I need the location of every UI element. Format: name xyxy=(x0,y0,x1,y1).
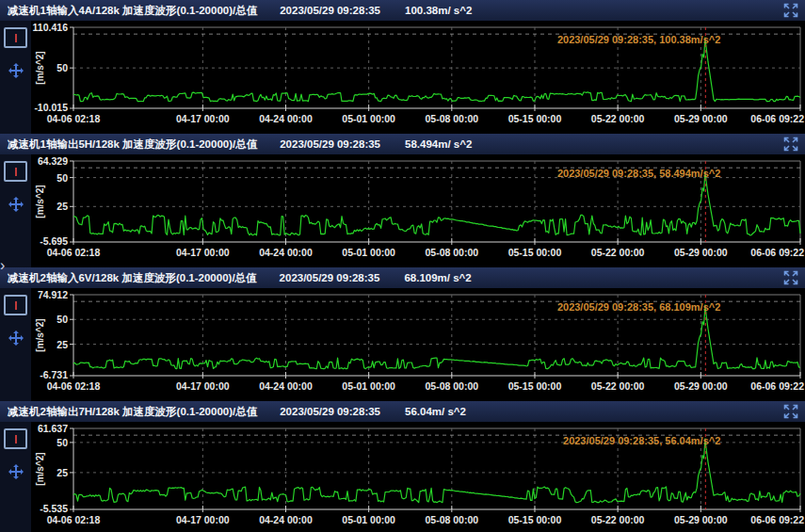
svg-text:05-15 00:00: 05-15 00:00 xyxy=(508,514,562,525)
thumbnail-cursor-mark xyxy=(15,34,17,42)
svg-text:-5.695: -5.695 xyxy=(40,235,68,247)
svg-text:50: 50 xyxy=(56,437,68,448)
expand-icon[interactable] xyxy=(783,137,798,152)
svg-text:05-29 00:00: 05-29 00:00 xyxy=(674,514,728,525)
svg-text:2023/05/29 09:28:35, 58.494m/s: 2023/05/29 09:28:35, 58.494m/s^2 xyxy=(557,168,720,179)
panel-body: 61.637-5.535502504-06 02:1804-17 00:0004… xyxy=(0,422,805,532)
svg-text:04-17 00:00: 04-17 00:00 xyxy=(176,380,230,392)
svg-text:05-22 00:00: 05-22 00:00 xyxy=(591,514,645,525)
vibration-trend-workspace: 减速机1轴输入4A/128k 加速度波形(0.1-20000)/总值 2023/… xyxy=(0,0,805,532)
svg-text:05-08 00:00: 05-08 00:00 xyxy=(426,380,479,392)
svg-text:04-24 00:00: 04-24 00:00 xyxy=(259,247,313,258)
svg-text:2023/05/29 09:28:35, 100.38m/s: 2023/05/29 09:28:35, 100.38m/s^2 xyxy=(557,34,720,45)
svg-text:05-01 00:00: 05-01 00:00 xyxy=(342,514,395,525)
move-icon[interactable] xyxy=(8,463,24,480)
svg-text:[m/s^2]: [m/s^2] xyxy=(35,51,45,84)
chart-panel-3: 减速机2轴输入6V/128k 加速度波形(0.1-20000)/总值 2023/… xyxy=(0,267,805,401)
svg-text:-10.015: -10.015 xyxy=(34,102,68,113)
waveform-thumbnail-icon[interactable] xyxy=(4,161,27,182)
svg-text:06-06 09:22: 06-06 09:22 xyxy=(750,514,804,525)
chart-panel-1: 减速机1轴输入4A/128k 加速度波形(0.1-20000)/总值 2023/… xyxy=(0,0,805,134)
thumbnail-cursor-mark xyxy=(15,435,17,443)
measurement-timestamp: 2023/05/29 09:28:35 xyxy=(280,138,380,150)
svg-text:25: 25 xyxy=(56,339,68,350)
panel-header: 减速机2轴输出7H/128k 加速度波形(0.1-20000)/总值 2023/… xyxy=(0,401,805,422)
expand-icon[interactable] xyxy=(783,404,798,419)
svg-text:50: 50 xyxy=(56,172,68,184)
svg-text:2023/05/29 09:28:35, 68.109m/s: 2023/05/29 09:28:35, 68.109m/s^2 xyxy=(557,301,720,313)
svg-text:05-01 00:00: 05-01 00:00 xyxy=(342,247,395,258)
expand-icon[interactable] xyxy=(783,3,798,18)
panel-header: 减速机1轴输出5H/128k 加速度波形(0.1-20000)/总值 2023/… xyxy=(0,134,805,154)
channel-title: 减速机1轴输入4A/128k 加速度波形(0.1-20000)/总值 xyxy=(8,4,257,18)
svg-text:[m/s^2]: [m/s^2] xyxy=(35,318,45,351)
svg-text:05-08 00:00: 05-08 00:00 xyxy=(426,113,479,124)
svg-text:05-01 00:00: 05-01 00:00 xyxy=(342,113,395,124)
svg-text:25: 25 xyxy=(56,201,68,212)
panel-header: 减速机1轴输入4A/128k 加速度波形(0.1-20000)/总值 2023/… xyxy=(0,0,805,21)
trend-chart[interactable]: 110.416-10.0155004-06 02:1804-17 00:0004… xyxy=(31,21,805,134)
chart-panel-4: 减速机2轴输出7H/128k 加速度波形(0.1-20000)/总值 2023/… xyxy=(0,401,805,532)
panel-tool-column xyxy=(0,21,31,134)
panel-body: 64.329-5.695502504-06 02:1804-17 00:0004… xyxy=(0,154,805,267)
sidebar-expand-chevron-icon[interactable]: › xyxy=(0,258,5,273)
thumbnail-cursor-mark xyxy=(15,168,17,176)
svg-text:05-15 00:00: 05-15 00:00 xyxy=(508,113,562,124)
panel-body: 110.416-10.0155004-06 02:1804-17 00:0004… xyxy=(0,21,805,134)
svg-text:05-29 00:00: 05-29 00:00 xyxy=(674,247,728,258)
channel-title: 减速机2轴输入6V/128k 加速度波形(0.1-20000)/总值 xyxy=(8,271,257,285)
waveform-thumbnail-icon[interactable] xyxy=(4,27,27,48)
svg-text:05-22 00:00: 05-22 00:00 xyxy=(591,247,645,258)
panel-header: 减速机2轴输入6V/128k 加速度波形(0.1-20000)/总值 2023/… xyxy=(0,267,805,288)
move-icon[interactable] xyxy=(8,196,24,213)
trend-chart[interactable]: 74.912-6.731502504-06 02:1804-17 00:0004… xyxy=(31,288,805,401)
channel-title: 减速机1轴输出5H/128k 加速度波形(0.1-20000)/总值 xyxy=(8,137,257,152)
measurement-timestamp: 2023/05/29 09:28:35 xyxy=(280,406,380,417)
svg-text:05-01 00:00: 05-01 00:00 xyxy=(342,380,395,392)
thumbnail-cursor-mark xyxy=(15,301,17,310)
svg-text:61.637: 61.637 xyxy=(38,423,68,434)
svg-text:74.912: 74.912 xyxy=(38,289,68,300)
panel-body: 74.912-6.731502504-06 02:1804-17 00:0004… xyxy=(0,288,805,401)
svg-text:05-22 00:00: 05-22 00:00 xyxy=(591,380,645,392)
panel-tool-column xyxy=(0,288,31,401)
measurement-value: 58.494m/ s^2 xyxy=(405,138,472,150)
measurement-value: 100.38m/ s^2 xyxy=(405,5,472,16)
svg-text:05-29 00:00: 05-29 00:00 xyxy=(674,380,728,392)
svg-text:-5.535: -5.535 xyxy=(40,503,68,514)
svg-text:2023/05/29 09:28:35, 56.04m/s^: 2023/05/29 09:28:35, 56.04m/s^2 xyxy=(563,435,720,446)
move-icon[interactable] xyxy=(8,62,24,79)
svg-text:[m/s^2]: [m/s^2] xyxy=(35,185,45,218)
svg-text:[m/s^2]: [m/s^2] xyxy=(35,452,45,485)
svg-text:04-06 02:18: 04-06 02:18 xyxy=(47,380,101,392)
svg-text:04-17 00:00: 04-17 00:00 xyxy=(176,113,230,124)
svg-text:110.416: 110.416 xyxy=(33,22,69,33)
waveform-thumbnail-icon[interactable] xyxy=(4,428,27,449)
waveform-thumbnail-icon[interactable] xyxy=(4,295,27,315)
svg-text:04-17 00:00: 04-17 00:00 xyxy=(176,514,230,525)
svg-text:06-06 09:22: 06-06 09:22 xyxy=(750,380,804,392)
svg-text:25: 25 xyxy=(56,467,68,478)
svg-text:05-15 00:00: 05-15 00:00 xyxy=(508,380,562,392)
svg-text:64.329: 64.329 xyxy=(38,155,68,167)
measurement-value: 68.109m/ s^2 xyxy=(404,272,471,283)
trend-chart[interactable]: 64.329-5.695502504-06 02:1804-17 00:0004… xyxy=(31,154,805,267)
svg-text:06-06 09:22: 06-06 09:22 xyxy=(750,247,804,258)
chart-panel-2: 减速机1轴输出5H/128k 加速度波形(0.1-20000)/总值 2023/… xyxy=(0,134,805,267)
svg-text:50: 50 xyxy=(56,62,68,73)
svg-text:05-15 00:00: 05-15 00:00 xyxy=(508,247,562,258)
svg-text:05-08 00:00: 05-08 00:00 xyxy=(426,514,479,525)
svg-text:04-24 00:00: 04-24 00:00 xyxy=(259,113,313,124)
svg-text:06-06 09:22: 06-06 09:22 xyxy=(750,113,804,124)
move-icon[interactable] xyxy=(8,330,24,347)
svg-text:05-22 00:00: 05-22 00:00 xyxy=(591,113,645,124)
expand-icon[interactable] xyxy=(783,270,798,285)
svg-text:50: 50 xyxy=(56,314,68,325)
svg-text:04-06 02:18: 04-06 02:18 xyxy=(47,113,101,124)
svg-text:-6.731: -6.731 xyxy=(40,369,68,380)
measurement-timestamp: 2023/05/29 09:28:35 xyxy=(280,272,380,283)
panel-tool-column xyxy=(0,422,31,532)
svg-text:05-08 00:00: 05-08 00:00 xyxy=(426,247,479,258)
svg-text:04-06 02:18: 04-06 02:18 xyxy=(47,514,101,525)
trend-chart[interactable]: 61.637-5.535502504-06 02:1804-17 00:0004… xyxy=(31,422,805,532)
